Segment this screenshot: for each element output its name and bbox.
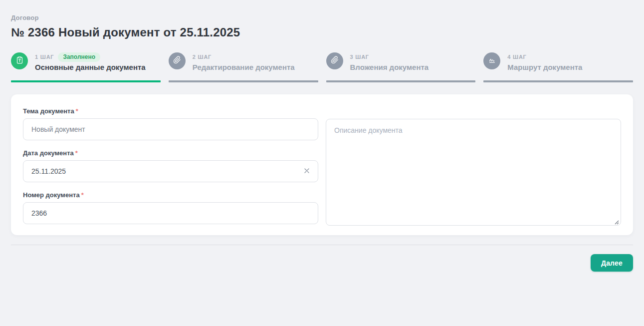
form-left-column: Тема документа* Дата документа* (23, 107, 318, 226)
step-2-title: Редактирование документа (193, 63, 295, 71)
footer-actions: Далее (11, 254, 633, 272)
date-input[interactable] (23, 160, 318, 182)
breadcrumb: Договор (11, 14, 633, 21)
step-2-progress-bar (169, 80, 318, 82)
number-label-text: Номер документа (23, 191, 80, 199)
step-2-editing[interactable]: 2 ШАГ Редактирование документа (169, 52, 318, 82)
step-4-route[interactable]: 4 ШАГ Маршрут документа (483, 52, 633, 82)
signature-icon (488, 56, 496, 66)
step-4-progress-bar (483, 80, 633, 82)
step-3-main: 3 ШАГ Вложения документа (326, 52, 476, 73)
step-3-progress-bar (326, 80, 476, 82)
step-4-number-label: 4 ШАГ (507, 54, 526, 60)
close-icon (303, 167, 311, 176)
paperclip-icon (331, 56, 339, 66)
clipboard-icon (15, 56, 24, 66)
step-2-text: 2 ШАГ Редактирование документа (193, 52, 295, 71)
step-3-text: 3 ШАГ Вложения документа (350, 52, 429, 71)
page: Договор № 2366 Новый документ от 25.11.2… (0, 0, 644, 272)
required-mark: * (76, 107, 78, 115)
required-mark: * (81, 191, 84, 199)
step-1-main: 1 ШАГ Заполнено Основные данные документ… (11, 52, 161, 73)
step-3-attachments[interactable]: 3 ШАГ Вложения документа (326, 52, 476, 82)
next-button[interactable]: Далее (591, 254, 633, 272)
step-1-title: Основные данные документа (35, 63, 146, 71)
footer-divider (11, 245, 633, 245)
date-label: Дата документа* (23, 149, 318, 157)
step-1-basic-data[interactable]: 1 ШАГ Заполнено Основные данные документ… (11, 52, 161, 82)
date-field-group: Дата документа* (23, 149, 318, 182)
step-4-text: 4 ШАГ Маршрут документа (507, 52, 582, 71)
number-label: Номер документа* (23, 191, 318, 199)
step-3-number-label: 3 ШАГ (350, 54, 369, 60)
topic-label: Тема документа* (23, 107, 318, 115)
step-4-title: Маршрут документа (507, 63, 582, 71)
step-2-number-label: 2 ШАГ (193, 54, 212, 60)
number-field-group: Номер документа* (23, 191, 318, 224)
topic-input[interactable] (23, 118, 318, 140)
step-2-main: 2 ШАГ Редактирование документа (169, 52, 318, 73)
step-1-progress-bar (11, 80, 161, 82)
date-input-wrap (23, 160, 318, 182)
step-3-title: Вложения документа (350, 63, 429, 71)
step-1-number-label: 1 ШАГ (35, 54, 54, 60)
topic-field-group: Тема документа* (23, 107, 318, 140)
paperclip-icon (173, 56, 181, 66)
step-4-main: 4 ШАГ Маршрут документа (483, 52, 633, 73)
resize-handle-icon[interactable] (613, 218, 619, 224)
description-textarea[interactable] (326, 119, 621, 226)
step-2-circle (169, 52, 186, 69)
step-4-circle (483, 52, 500, 69)
form-right-column (326, 107, 621, 226)
date-label-text: Дата документа (23, 149, 74, 157)
step-1-circle (11, 52, 28, 69)
description-wrap (326, 119, 621, 226)
topic-label-text: Тема документа (23, 107, 74, 115)
step-3-circle (326, 52, 343, 69)
clear-date-button[interactable] (301, 166, 312, 177)
step-1-text: 1 ШАГ Заполнено Основные данные документ… (35, 52, 146, 71)
stepper: 1 ШАГ Заполнено Основные данные документ… (11, 52, 633, 82)
document-form-card: Тема документа* Дата документа* (11, 94, 633, 235)
number-input[interactable] (23, 202, 318, 224)
page-title: № 2366 Новый документ от 25.11.2025 (11, 25, 633, 39)
required-mark: * (75, 149, 78, 157)
step-1-status-badge: Заполнено (58, 52, 100, 62)
